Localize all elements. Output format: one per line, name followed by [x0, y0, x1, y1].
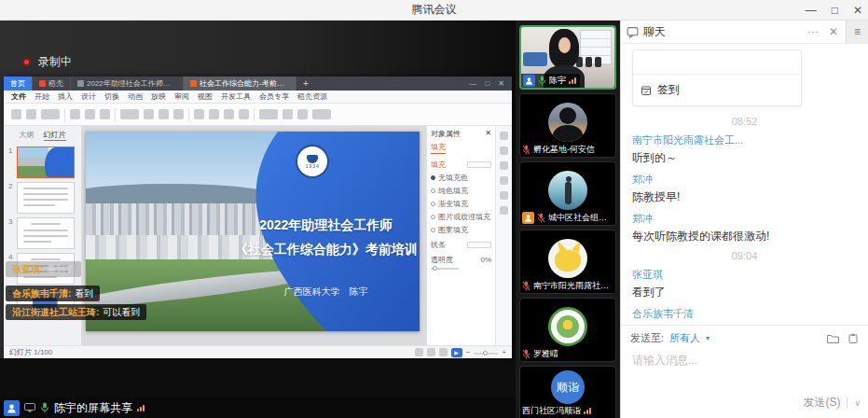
menu-item[interactable]: 设计	[81, 91, 96, 102]
toolbar-icon[interactable]	[239, 109, 249, 119]
chat-close-icon[interactable]: ✕	[826, 25, 841, 38]
participant-tile[interactable]: 顺诣 西门社区冯顺诣	[519, 366, 616, 418]
maximize-icon[interactable]: □	[832, 5, 838, 16]
chevron-down-icon[interactable]: ▾	[706, 334, 710, 342]
toolbar-icon[interactable]	[312, 109, 331, 119]
slide-thumbnail[interactable]: 2	[4, 180, 81, 216]
menu-item[interactable]: 会员专享	[259, 91, 289, 102]
slides-tab[interactable]: 幻灯片	[44, 130, 66, 141]
toolbar-icon[interactable]	[144, 109, 154, 119]
menu-item[interactable]: 动画	[128, 91, 143, 102]
send-options-chevron-icon[interactable]: ∨	[854, 398, 861, 408]
toolbar-icon[interactable]	[259, 109, 278, 119]
toolbar-icon[interactable]	[85, 109, 95, 119]
wps-tab-document-1[interactable]: 2022年助理社会工作师考前培训资料	[71, 77, 184, 91]
file-folder-icon[interactable]	[826, 333, 840, 344]
toolbar-icon[interactable]	[100, 109, 110, 119]
message-author: 郑冲	[632, 212, 857, 226]
toolbar-icon[interactable]	[209, 109, 219, 119]
menu-item[interactable]: 视图	[198, 91, 213, 102]
participant-tile[interactable]: 孵化基地-何安信	[519, 93, 616, 158]
clipboard-icon[interactable]	[847, 333, 859, 344]
toolbar-icon[interactable]	[158, 109, 169, 119]
view-icon[interactable]	[427, 348, 435, 356]
signin-button[interactable]: 签到	[633, 75, 801, 105]
fill-option[interactable]: 图片或纹理填充	[431, 212, 491, 222]
strip-icon[interactable]	[500, 146, 508, 155]
view-icon[interactable]	[415, 348, 423, 356]
fill-dropdown[interactable]	[467, 161, 491, 168]
fill-option[interactable]: 图案填充	[431, 225, 491, 235]
toolbar-icon[interactable]	[70, 109, 80, 119]
toolbar-icon[interactable]	[11, 109, 21, 119]
chat-more-icon[interactable]: ···	[805, 25, 821, 38]
recording-label: 录制中	[38, 54, 72, 70]
menu-item[interactable]: 稻壳资源	[297, 91, 327, 102]
panel-close-icon[interactable]: ✕	[485, 129, 491, 139]
wps-minimize-icon[interactable]: —	[469, 79, 476, 88]
opacity-slider[interactable]	[431, 268, 459, 270]
hand-raised-badge-icon	[522, 212, 534, 224]
toolbar-icon[interactable]	[297, 109, 308, 119]
participant-name: 孵化基地-何安信	[533, 144, 595, 156]
signin-card: 签到	[632, 49, 802, 106]
zoom-out-icon[interactable]: −	[466, 348, 471, 356]
chat-message: 南宁市阳光雨露社会工... 听到的～	[632, 133, 857, 166]
participant-tile[interactable]: 陈宇	[519, 25, 616, 90]
line-dropdown[interactable]	[467, 242, 491, 248]
new-tab-button[interactable]: +	[296, 77, 315, 91]
document-icon	[77, 80, 84, 87]
strip-icon[interactable]	[500, 132, 508, 140]
send-to-dropdown[interactable]: 所有人	[669, 331, 700, 345]
strip-icon[interactable]	[500, 206, 508, 215]
window-title: 腾讯会议	[412, 2, 457, 18]
menu-item[interactable]: 文件	[11, 91, 26, 102]
menu-item[interactable]: 放映	[151, 91, 166, 102]
slide-thumbnail[interactable]: 3	[4, 216, 81, 251]
menu-item[interactable]: 审阅	[174, 91, 189, 102]
chat-message-list[interactable]: 签到 08:52 南宁市阳光雨露社会工... 听到的～ 郑冲 陈教授早! 郑冲 …	[621, 44, 868, 325]
toolbar-icon[interactable]	[41, 109, 60, 119]
wps-maximize-icon[interactable]: □	[485, 79, 489, 88]
participant-video-strip: 陈宇 孵化基地-何安信 城中区社会组织孵...	[516, 21, 620, 418]
toolbar-icon[interactable]	[26, 109, 36, 119]
fill-option[interactable]: 纯色填充	[431, 186, 491, 196]
fill-option[interactable]: 无填充色	[431, 173, 491, 183]
chat-overlay: 合乐族韦千清: 看到	[6, 286, 100, 301]
panel-menu-icon[interactable]: ≡	[846, 21, 868, 44]
participant-tile[interactable]: 城中区社会组织孵...	[519, 161, 616, 226]
strip-icon[interactable]	[500, 176, 508, 185]
chat-input[interactable]	[630, 353, 859, 368]
strip-icon[interactable]	[500, 191, 508, 200]
menu-item[interactable]: 开发工具	[221, 91, 251, 102]
toolbar-icon[interactable]	[282, 109, 293, 119]
toolbar-icon[interactable]	[120, 109, 139, 119]
close-icon[interactable]: ✕	[853, 5, 862, 16]
wps-tab-home[interactable]: 首页	[4, 77, 33, 91]
wps-close-icon[interactable]: ✕	[498, 79, 504, 88]
zoom-slider[interactable]	[474, 353, 498, 355]
fill-option[interactable]: 渐变填充	[431, 199, 491, 209]
emblem-icon	[307, 155, 318, 163]
send-button[interactable]: 发送(S)	[803, 395, 840, 411]
menu-item[interactable]: 插入	[58, 91, 73, 102]
slide-thumbnail[interactable]: 1	[4, 145, 81, 180]
current-slide[interactable]: 1934 2022年助理社会工作师 《社会工作综合能力》考前培训 广西医科大学 …	[86, 132, 420, 331]
zoom-in-icon[interactable]: +	[502, 348, 506, 356]
view-icon[interactable]	[439, 348, 448, 356]
menu-item[interactable]: 切换	[104, 91, 119, 102]
minimize-icon[interactable]: —	[806, 5, 817, 16]
participant-tile[interactable]: 罗雅晴	[519, 298, 616, 362]
participant-tile[interactable]: 南宁市阳光雨露社会工...	[519, 230, 616, 294]
menu-item[interactable]: 开始	[34, 91, 49, 102]
toolbar-icon[interactable]	[173, 109, 184, 119]
wps-tab-document-active[interactable]: 社会工作综合能力-考前培训	[184, 77, 296, 91]
slideshow-play-button[interactable]: ▶	[451, 348, 462, 357]
toolbar-icon[interactable]	[194, 109, 204, 119]
wps-tab-docer[interactable]: 稻壳	[33, 77, 71, 91]
outline-tab[interactable]: 大纲	[20, 130, 34, 141]
fill-tab[interactable]: 填充	[431, 142, 446, 154]
toolbar-icon[interactable]	[224, 109, 234, 119]
chat-title: 聊天	[643, 24, 666, 40]
strip-icon[interactable]	[500, 161, 508, 170]
